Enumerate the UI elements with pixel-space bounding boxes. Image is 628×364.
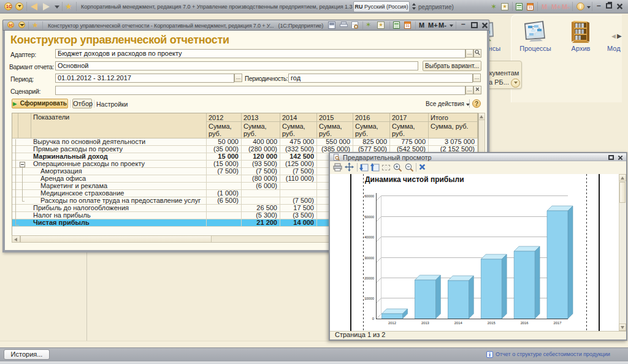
svg-text:2014: 2014 xyxy=(454,321,463,325)
svg-text:2016: 2016 xyxy=(521,321,529,325)
svg-text:60000: 60000 xyxy=(364,194,374,198)
svg-text:40000: 40000 xyxy=(364,235,374,239)
svg-text:30000: 30000 xyxy=(364,256,374,260)
svg-text:2013: 2013 xyxy=(421,321,429,325)
svg-text:0: 0 xyxy=(372,317,374,320)
svg-text:50000: 50000 xyxy=(364,215,374,219)
svg-text:10000: 10000 xyxy=(364,297,374,300)
svg-text:20000: 20000 xyxy=(364,276,374,280)
svg-text:2017: 2017 xyxy=(554,321,562,325)
svg-text:2012: 2012 xyxy=(388,321,396,325)
svg-text:2015: 2015 xyxy=(488,321,496,325)
